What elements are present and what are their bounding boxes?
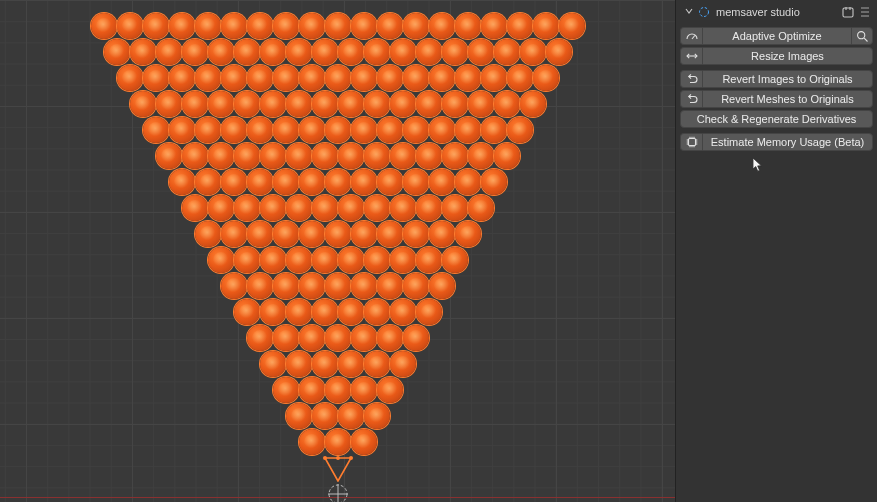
sphere-object[interactable] <box>169 65 195 91</box>
sphere-object[interactable] <box>143 13 169 39</box>
sphere-object[interactable] <box>416 299 442 325</box>
resize-images-button[interactable]: Resize Images <box>702 47 873 65</box>
sphere-object[interactable] <box>429 65 455 91</box>
sphere-object[interactable] <box>507 65 533 91</box>
sphere-object[interactable] <box>455 13 481 39</box>
sphere-object[interactable] <box>351 377 377 403</box>
sphere-object[interactable] <box>299 221 325 247</box>
sphere-object[interactable] <box>390 39 416 65</box>
sphere-object[interactable] <box>208 39 234 65</box>
arrows-horizontal-icon[interactable] <box>680 47 702 65</box>
sphere-object[interactable] <box>208 143 234 169</box>
sphere-object[interactable] <box>338 299 364 325</box>
sphere-object[interactable] <box>533 65 559 91</box>
sphere-object[interactable] <box>312 143 338 169</box>
sphere-object[interactable] <box>325 221 351 247</box>
sphere-object[interactable] <box>442 195 468 221</box>
sphere-object[interactable] <box>234 91 260 117</box>
sphere-object[interactable] <box>351 221 377 247</box>
sphere-object[interactable] <box>338 403 364 429</box>
sphere-object[interactable] <box>169 169 195 195</box>
sphere-object[interactable] <box>286 351 312 377</box>
sphere-object[interactable] <box>208 91 234 117</box>
sphere-object[interactable] <box>247 221 273 247</box>
sphere-object[interactable] <box>286 247 312 273</box>
sphere-object[interactable] <box>481 169 507 195</box>
sphere-object[interactable] <box>143 117 169 143</box>
sphere-object[interactable] <box>299 117 325 143</box>
sphere-object[interactable] <box>169 13 195 39</box>
sphere-object[interactable] <box>533 13 559 39</box>
check-regen-button[interactable]: Check & Regenerate Derivatives <box>680 110 873 128</box>
sphere-object[interactable] <box>481 13 507 39</box>
sphere-object[interactable] <box>377 273 403 299</box>
sphere-object[interactable] <box>403 221 429 247</box>
sphere-object[interactable] <box>442 39 468 65</box>
sphere-object[interactable] <box>390 299 416 325</box>
sphere-object[interactable] <box>312 91 338 117</box>
sphere-object[interactable] <box>546 39 572 65</box>
sphere-object[interactable] <box>286 299 312 325</box>
sphere-object[interactable] <box>195 169 221 195</box>
sphere-object[interactable] <box>455 169 481 195</box>
sphere-object[interactable] <box>195 65 221 91</box>
sphere-object[interactable] <box>156 39 182 65</box>
revert-meshes-button[interactable]: Revert Meshes to Originals <box>702 90 873 108</box>
sphere-object[interactable] <box>403 65 429 91</box>
sphere-object[interactable] <box>91 13 117 39</box>
sphere-object[interactable] <box>403 325 429 351</box>
sphere-object[interactable] <box>234 247 260 273</box>
sphere-object[interactable] <box>403 169 429 195</box>
sphere-object[interactable] <box>260 299 286 325</box>
sphere-object[interactable] <box>299 65 325 91</box>
sphere-object[interactable] <box>377 13 403 39</box>
sphere-object[interactable] <box>286 91 312 117</box>
sphere-object[interactable] <box>260 91 286 117</box>
sphere-object[interactable] <box>377 65 403 91</box>
sphere-object[interactable] <box>273 65 299 91</box>
sphere-object[interactable] <box>234 143 260 169</box>
sphere-object[interactable] <box>494 39 520 65</box>
sphere-object[interactable] <box>273 221 299 247</box>
sphere-object[interactable] <box>143 65 169 91</box>
sphere-object[interactable] <box>299 377 325 403</box>
sphere-object[interactable] <box>247 325 273 351</box>
adaptive-optimize-button[interactable]: Adaptive Optimize <box>702 27 851 45</box>
sphere-object[interactable] <box>156 91 182 117</box>
sphere-object[interactable] <box>247 65 273 91</box>
sphere-object[interactable] <box>338 195 364 221</box>
sphere-object[interactable] <box>234 39 260 65</box>
sphere-object[interactable] <box>182 195 208 221</box>
sphere-object[interactable] <box>247 13 273 39</box>
sphere-object[interactable] <box>494 143 520 169</box>
sphere-object[interactable] <box>195 117 221 143</box>
sphere-object[interactable] <box>364 351 390 377</box>
sphere-object[interactable] <box>364 91 390 117</box>
sphere-object[interactable] <box>351 65 377 91</box>
preset-icon[interactable] <box>839 4 857 20</box>
sphere-object[interactable] <box>390 143 416 169</box>
sphere-object[interactable] <box>312 351 338 377</box>
sphere-object[interactable] <box>273 325 299 351</box>
sphere-object[interactable] <box>325 13 351 39</box>
panel-menu-icon[interactable] <box>859 6 871 18</box>
sphere-object[interactable] <box>312 403 338 429</box>
sphere-object[interactable] <box>273 169 299 195</box>
sphere-object[interactable] <box>351 273 377 299</box>
sphere-object[interactable] <box>286 39 312 65</box>
sphere-object[interactable] <box>234 195 260 221</box>
sphere-object[interactable] <box>169 117 195 143</box>
sphere-object[interactable] <box>455 221 481 247</box>
sphere-object[interactable] <box>494 91 520 117</box>
viewport-3d[interactable] <box>0 0 675 502</box>
sphere-object[interactable] <box>429 273 455 299</box>
sphere-object[interactable] <box>247 273 273 299</box>
sphere-object[interactable] <box>195 13 221 39</box>
sphere-object[interactable] <box>130 91 156 117</box>
sphere-object[interactable] <box>507 117 533 143</box>
sphere-object[interactable] <box>416 195 442 221</box>
sphere-object[interactable] <box>260 143 286 169</box>
sphere-object[interactable] <box>559 13 585 39</box>
sphere-object[interactable] <box>325 273 351 299</box>
sphere-object[interactable] <box>221 13 247 39</box>
